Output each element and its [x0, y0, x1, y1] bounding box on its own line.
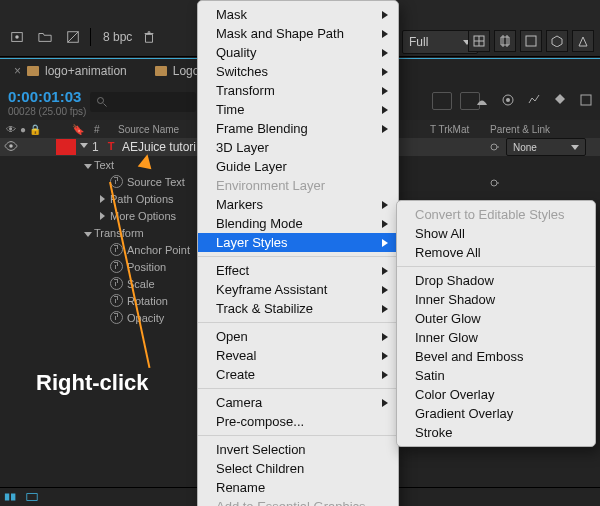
menu-item: Add to Essential Graphics — [198, 497, 398, 506]
property-label: More Options — [110, 210, 176, 222]
twirl-right-icon[interactable] — [100, 212, 105, 220]
tab-label: Logo — [173, 64, 200, 78]
menu-item[interactable]: Transform — [198, 81, 398, 100]
menu-item[interactable]: Track & Stabilize — [198, 299, 398, 318]
twirl-down-icon[interactable] — [84, 232, 92, 237]
menu-label: Rename — [216, 480, 265, 495]
num-column: # — [94, 124, 112, 135]
menu-label: Select Children — [216, 461, 304, 476]
menu-item[interactable]: Open — [198, 327, 398, 346]
menu-item[interactable]: Guide Layer — [198, 157, 398, 176]
submenu-item[interactable]: Remove All — [397, 243, 595, 262]
menu-item[interactable]: Layer Styles — [198, 233, 398, 252]
menu-item[interactable]: 3D Layer — [198, 138, 398, 157]
pickwhip-icon[interactable] — [488, 177, 500, 191]
box-icon[interactable] — [578, 92, 594, 108]
menu-item[interactable]: Switches — [198, 62, 398, 81]
stopwatch-icon[interactable] — [110, 311, 123, 324]
menu-item[interactable]: Camera — [198, 393, 398, 412]
submenu-item[interactable]: Satin — [397, 366, 595, 385]
menu-item[interactable]: Rename — [198, 478, 398, 497]
stopwatch-icon[interactable] — [110, 260, 123, 273]
menu-item[interactable]: Mask and Shape Path — [198, 24, 398, 43]
submenu-arrow-icon — [382, 11, 388, 19]
menu-item[interactable]: Time — [198, 100, 398, 119]
search-input[interactable] — [90, 92, 196, 112]
submenu-item[interactable]: Stroke — [397, 423, 595, 442]
search-icon — [96, 96, 108, 108]
stopwatch-icon[interactable] — [110, 294, 123, 307]
shy-icon[interactable] — [474, 92, 490, 108]
menu-label: Guide Layer — [216, 159, 287, 174]
separator — [90, 28, 91, 46]
grid-icon[interactable] — [468, 30, 490, 52]
bpc-label[interactable]: 8 bpc — [103, 30, 132, 44]
menu-label: Camera — [216, 395, 262, 410]
menu-item[interactable]: Effect — [198, 261, 398, 280]
menu-item[interactable]: Invert Selection — [198, 440, 398, 459]
stopwatch-icon[interactable] — [110, 277, 123, 290]
svg-point-9 — [9, 144, 13, 148]
3d-icon[interactable] — [546, 30, 568, 52]
stopwatch-icon[interactable] — [110, 243, 123, 256]
submenu-item[interactable]: Show All — [397, 224, 595, 243]
menu-item[interactable]: Create — [198, 365, 398, 384]
submenu-item[interactable]: Outer Glow — [397, 309, 595, 328]
toggle-switches-icon[interactable] — [4, 491, 18, 503]
blur-icon[interactable] — [500, 92, 516, 108]
submenu-item[interactable]: Bevel and Emboss — [397, 347, 595, 366]
x-icon: × — [14, 64, 21, 78]
menu-label: Mask — [216, 7, 247, 22]
menu-item[interactable]: Blending Mode — [198, 214, 398, 233]
menu-label: Keyframe Assistant — [216, 282, 327, 297]
tab-logo-animation[interactable]: × logo+animation — [0, 59, 141, 83]
twirl-right-icon[interactable] — [100, 195, 105, 203]
property-label: Text — [94, 159, 114, 171]
submenu-item[interactable]: Drop Shadow — [397, 271, 595, 290]
resolution-dropdown[interactable]: Full — [402, 30, 478, 54]
submenu-item[interactable]: Inner Glow — [397, 328, 595, 347]
layer-label-color[interactable] — [56, 139, 76, 155]
menu-item[interactable]: Keyframe Assistant — [198, 280, 398, 299]
timecode[interactable]: 0:00:01:03 — [8, 88, 81, 105]
graph-icon[interactable] — [526, 92, 542, 108]
parent-dropdown[interactable]: None — [506, 138, 586, 156]
menu-item[interactable]: Markers — [198, 195, 398, 214]
menu-separator — [198, 388, 398, 389]
submenu-arrow-icon — [382, 352, 388, 360]
context-menu: MaskMask and Shape PathQualitySwitchesTr… — [197, 0, 399, 506]
submenu-arrow-icon — [382, 371, 388, 379]
annotation-arrow-head — [138, 153, 155, 170]
eye-icon[interactable] — [4, 140, 18, 155]
menu-item[interactable]: Reveal — [198, 346, 398, 365]
submenu-arrow-icon — [382, 125, 388, 133]
new-folder-icon[interactable] — [34, 27, 56, 47]
menu-item[interactable]: Quality — [198, 43, 398, 62]
layer-number: 1 — [92, 140, 99, 154]
submenu-item: Convert to Editable Styles — [397, 205, 595, 224]
menu-label: Color Overlay — [415, 387, 494, 402]
submenu-item[interactable]: Inner Shadow — [397, 290, 595, 309]
switch-box[interactable] — [432, 92, 452, 110]
mask-icon[interactable] — [520, 30, 542, 52]
twirl-down-icon[interactable] — [84, 164, 92, 169]
menu-item[interactable]: Mask — [198, 5, 398, 24]
menu-item[interactable]: Pre-compose... — [198, 412, 398, 431]
pickwhip-icon[interactable] — [488, 141, 500, 156]
fill-icon[interactable] — [552, 92, 568, 108]
twirl-down-icon[interactable] — [80, 143, 88, 148]
guides-icon[interactable] — [494, 30, 516, 52]
submenu-item[interactable]: Color Overlay — [397, 385, 595, 404]
new-comp-icon[interactable] — [6, 27, 28, 47]
submenu-arrow-icon — [382, 49, 388, 57]
render-icon[interactable] — [572, 30, 594, 52]
menu-item[interactable]: Select Children — [198, 459, 398, 478]
menu-item[interactable]: Frame Blending — [198, 119, 398, 138]
parent-column: Parent & Link — [490, 124, 550, 135]
submenu-item[interactable]: Gradient Overlay — [397, 404, 595, 423]
adjust-icon[interactable] — [62, 27, 84, 47]
menu-label: Satin — [415, 368, 445, 383]
toggle-modes-icon[interactable] — [25, 491, 39, 503]
layer-name[interactable]: AEJuice tutori — [122, 140, 196, 154]
delete-icon[interactable] — [138, 27, 160, 47]
